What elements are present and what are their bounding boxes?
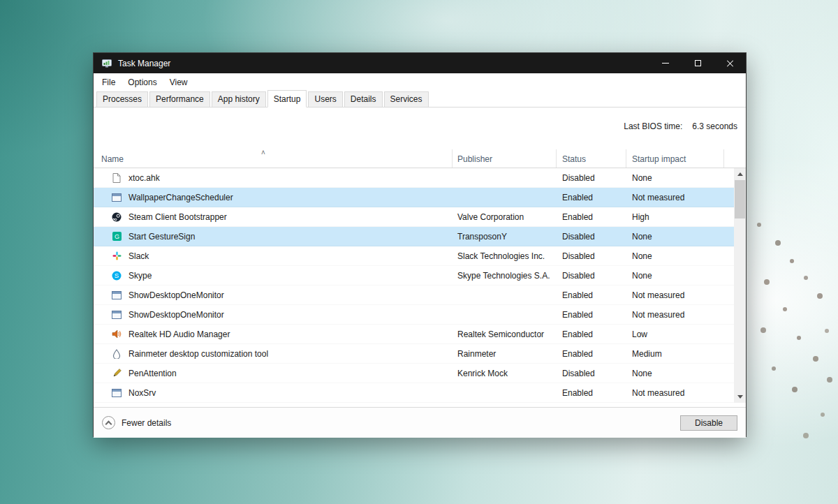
cell-name: NoxSrv bbox=[94, 387, 453, 399]
table-body: xtoc.ahkDisabledNoneWallpaperChangeSched… bbox=[94, 168, 746, 407]
cell-name: Slack bbox=[94, 251, 453, 262]
footer-bar: Fewer details Disable bbox=[94, 407, 746, 438]
minimize-button[interactable] bbox=[649, 53, 682, 73]
scroll-down-button[interactable] bbox=[734, 391, 746, 403]
cell-name: ShowDesktopOneMonitor bbox=[94, 290, 453, 301]
row-status: Enabled bbox=[557, 212, 626, 222]
steam-icon bbox=[111, 212, 122, 223]
row-name: Steam Client Bootstrapper bbox=[128, 212, 227, 222]
row-name: ShowDesktopOneMonitor bbox=[128, 290, 224, 300]
menu-options[interactable]: Options bbox=[122, 74, 163, 91]
last-bios-time-value: 6.3 seconds bbox=[692, 121, 737, 131]
vertical-scrollbar[interactable] bbox=[734, 168, 746, 403]
row-status: Disabled bbox=[557, 271, 626, 281]
table-row[interactable]: PenAttentionKenrick MockDisabledNone bbox=[94, 364, 746, 383]
app-window-icon bbox=[111, 192, 122, 203]
table-row[interactable]: xtoc.ahkDisabledNone bbox=[94, 168, 746, 188]
row-impact: Medium bbox=[626, 349, 724, 359]
row-publisher: Slack Technologies Inc. bbox=[453, 251, 557, 261]
row-name: WallpaperChangeScheduler bbox=[128, 193, 233, 202]
gesturesign-icon: G bbox=[111, 231, 122, 242]
row-status: Enabled bbox=[557, 193, 626, 202]
table-row[interactable]: SSkypeSkype Technologies S.A.DisabledNon… bbox=[94, 266, 746, 286]
column-header-name[interactable]: Name bbox=[94, 149, 453, 168]
row-publisher: Realtek Semiconductor bbox=[453, 329, 557, 339]
table-row[interactable]: SlackSlack Technologies Inc.DisabledNone bbox=[94, 246, 746, 266]
table-row[interactable]: Realtek HD Audio ManagerRealtek Semicond… bbox=[94, 325, 746, 344]
table-row[interactable]: ShowDesktopOneMonitorEnabledNot measured bbox=[94, 286, 746, 305]
last-bios-time-label: Last BIOS time: bbox=[624, 121, 682, 131]
cell-name: Rainmeter desktop customization tool bbox=[94, 348, 453, 360]
tab-users[interactable]: Users bbox=[308, 91, 342, 108]
row-name: xtoc.ahk bbox=[128, 173, 160, 183]
column-header-publisher[interactable]: Publisher bbox=[453, 149, 557, 168]
row-impact: Not measured bbox=[626, 193, 724, 202]
disable-button[interactable]: Disable bbox=[680, 415, 737, 431]
row-status: Enabled bbox=[557, 310, 626, 320]
row-impact: Low bbox=[626, 329, 724, 339]
tab-app-history[interactable]: App history bbox=[212, 91, 266, 108]
tab-services[interactable]: Services bbox=[384, 91, 429, 108]
speaker-icon bbox=[111, 329, 122, 340]
startup-items-table: NamePublisherStatusStartup impact˄ xtoc.… bbox=[94, 149, 746, 407]
desktop-background: Task Manager FileOptionsView ProcessesPe… bbox=[0, 0, 838, 504]
row-impact: Not measured bbox=[626, 388, 724, 398]
scroll-up-button[interactable] bbox=[734, 168, 746, 180]
table-row[interactable]: GStart GestureSignTransposonYDisabledNon… bbox=[94, 227, 746, 246]
table-row[interactable]: Steam Client BootstrapperValve Corporati… bbox=[94, 207, 746, 227]
cell-name: Realtek HD Audio Manager bbox=[94, 329, 453, 340]
window-controls bbox=[649, 53, 746, 73]
cell-name: WallpaperChangeScheduler bbox=[94, 192, 453, 203]
table-row[interactable]: NoxSrvEnabledNot measured bbox=[94, 383, 746, 403]
window-title: Task Manager bbox=[118, 59, 170, 68]
row-name: NoxSrv bbox=[128, 388, 156, 398]
row-status: Disabled bbox=[557, 251, 626, 261]
maximize-button[interactable] bbox=[682, 53, 714, 73]
menu-bar: FileOptionsView bbox=[94, 73, 746, 91]
tab-processes[interactable]: Processes bbox=[96, 91, 148, 108]
slack-icon bbox=[111, 251, 122, 262]
cell-name: ShowDesktopOneMonitor bbox=[94, 309, 453, 320]
file-icon bbox=[111, 172, 122, 184]
cell-name: GStart GestureSign bbox=[94, 231, 453, 242]
row-status: Disabled bbox=[557, 173, 626, 183]
tab-details[interactable]: Details bbox=[344, 91, 383, 108]
sort-ascending-indicator: ˄ bbox=[261, 149, 265, 156]
scroll-down-icon bbox=[737, 395, 743, 399]
cell-name: Steam Client Bootstrapper bbox=[94, 212, 453, 223]
row-publisher: Kenrick Mock bbox=[453, 369, 557, 378]
row-impact: None bbox=[626, 251, 724, 261]
startup-tab-content: Last BIOS time:6.3 seconds NamePublisher… bbox=[94, 108, 746, 407]
tab-performance[interactable]: Performance bbox=[149, 91, 210, 108]
fewer-details-toggle[interactable]: Fewer details bbox=[102, 416, 171, 429]
row-name: PenAttention bbox=[128, 369, 177, 378]
table-row[interactable]: Rainmeter desktop customization toolRain… bbox=[94, 344, 746, 364]
table-row[interactable]: WallpaperChangeSchedulerEnabledNot measu… bbox=[94, 188, 746, 207]
app-window-icon bbox=[111, 309, 122, 320]
pen-icon bbox=[111, 368, 122, 379]
chevron-up-icon bbox=[105, 421, 112, 428]
svg-text:S: S bbox=[115, 272, 119, 279]
row-status: Disabled bbox=[557, 369, 626, 378]
scrollbar-thumb[interactable] bbox=[735, 180, 745, 218]
row-publisher: TransposonY bbox=[453, 232, 557, 242]
row-impact: High bbox=[626, 212, 724, 222]
titlebar[interactable]: Task Manager bbox=[94, 53, 746, 73]
row-name: Start GestureSign bbox=[128, 232, 195, 242]
row-impact: Not measured bbox=[626, 290, 724, 300]
column-header-filler bbox=[724, 149, 746, 168]
column-header-startup-impact[interactable]: Startup impact bbox=[626, 149, 724, 168]
tab-startup[interactable]: Startup bbox=[267, 90, 307, 108]
column-header-status[interactable]: Status bbox=[557, 149, 626, 168]
row-impact: None bbox=[626, 369, 724, 378]
tab-strip: ProcessesPerformanceApp historyStartupUs… bbox=[94, 91, 746, 108]
minimize-icon bbox=[662, 63, 669, 64]
maximize-icon bbox=[695, 60, 701, 66]
table-row[interactable]: ShowDesktopOneMonitorEnabledNot measured bbox=[94, 305, 746, 325]
close-button[interactable] bbox=[714, 53, 746, 73]
row-name: Skype bbox=[128, 271, 152, 281]
close-icon bbox=[726, 59, 734, 67]
app-window-icon bbox=[111, 387, 122, 399]
menu-view[interactable]: View bbox=[163, 74, 194, 91]
menu-file[interactable]: File bbox=[96, 74, 122, 91]
